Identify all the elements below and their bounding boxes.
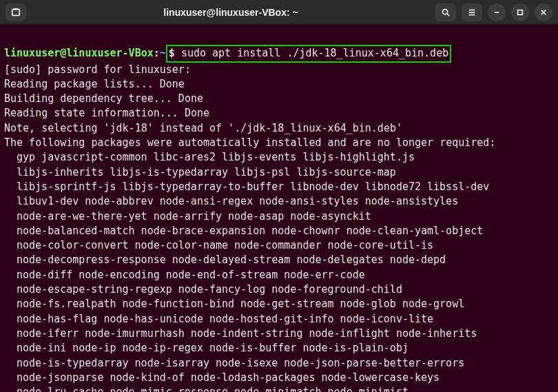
maximize-button[interactable] <box>511 3 529 21</box>
package-line: node-color-convert node-color-name node-… <box>4 238 554 253</box>
output-line: The following packages were automaticall… <box>4 136 495 149</box>
prompt-sep: : <box>154 47 160 59</box>
package-line: node-is-typedarray node-isarray node-ise… <box>4 356 554 371</box>
hamburger-menu-button[interactable] <box>462 3 482 21</box>
package-line: libjs-sprintf-js libjs-typedarray-to-buf… <box>4 180 554 194</box>
package-line: node-jsonparse node-kind-of node-lodash-… <box>4 371 554 385</box>
prompt-line: linuxuser@linuxuser-VBox:~$ sudo apt ins… <box>4 47 451 59</box>
prompt-user-host: linuxuser@linuxuser-VBox <box>4 47 154 59</box>
svg-point-1 <box>443 9 448 14</box>
package-line: node-fs.realpath node-function-bind node… <box>4 297 554 311</box>
svg-rect-7 <box>518 10 523 14</box>
package-line: node-are-we-there-yet node-arrify node-a… <box>4 209 554 224</box>
package-line: node-decompress-response node-delayed-st… <box>4 253 554 267</box>
svg-line-2 <box>447 13 450 16</box>
output-line: Note, selecting 'jdk-18' instead of './j… <box>4 122 402 134</box>
search-button[interactable] <box>435 3 456 21</box>
package-line: node-escape-string-regexp node-fancy-log… <box>4 282 554 297</box>
svg-rect-0 <box>12 9 20 15</box>
highlighted-command: $ sudo apt install ./jdk-18_linux-x64_bi… <box>166 45 451 62</box>
terminal-body[interactable]: linuxuser@linuxuser-VBox:~$ sudo apt ins… <box>0 25 558 392</box>
window-title: linuxuser@linuxuser-VBox: ~ <box>32 7 430 18</box>
new-tab-button[interactable] <box>6 3 26 21</box>
package-line: node-iferr node-imurmurhash node-indent-… <box>4 327 554 341</box>
output-line: [sudo] password for linuxuser: <box>4 63 191 76</box>
command-text: sudo apt install ./jdk-18_linux-x64_bin.… <box>181 47 448 59</box>
package-line: node-balanced-match node-brace-expansion… <box>4 224 554 238</box>
package-line: node-has-flag node-has-unicode node-host… <box>4 312 554 327</box>
output-line: Building dependency tree... Done <box>4 92 203 105</box>
package-line: node-lru-cache node-mimic-response node-… <box>4 385 554 392</box>
output-line: Reading state information... Done <box>4 107 209 119</box>
package-line: libjs-inherits libjs-is-typedarray libjs… <box>4 165 554 180</box>
close-button[interactable] <box>535 3 552 21</box>
prompt-path: ~ <box>160 47 166 59</box>
prompt-dollar: $ <box>169 47 181 59</box>
minimize-button[interactable] <box>488 3 506 21</box>
output-line: Reading package lists... Done <box>4 78 185 90</box>
package-line: libuv1-dev node-abbrev node-ansi-regex n… <box>4 194 554 209</box>
package-line: node-diff node-encoding node-end-of-stre… <box>4 268 554 282</box>
package-line: gyp javascript-common libc-ares2 libjs-e… <box>4 150 554 165</box>
titlebar: linuxuser@linuxuser-VBox: ~ <box>0 0 558 25</box>
package-line: node-ini node-ip node-ip-regex node-is-b… <box>4 341 554 355</box>
